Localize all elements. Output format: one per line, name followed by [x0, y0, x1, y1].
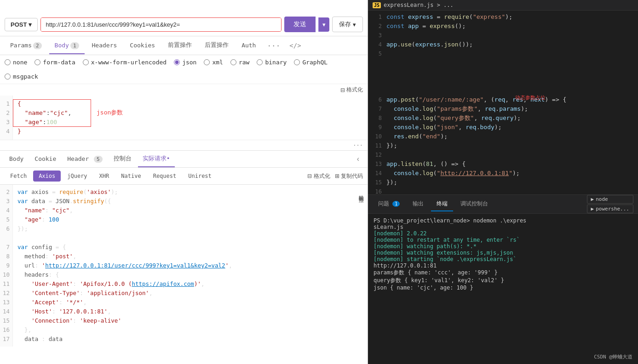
request-tabs: Params2 Body1 Headers Cookies 前置操作 后置操作 … [0, 36, 368, 55]
tab-actual-request[interactable]: 实际请求• [138, 151, 175, 167]
method-label: POST [11, 21, 27, 28]
method-selector[interactable]: POST ▾ [5, 18, 38, 31]
side-annotation-panel: 校验响应 [357, 191, 364, 194]
code-line-5: 5 [368, 49, 638, 95]
code-line-16: 16 [368, 187, 638, 194]
ellipsis-indicator: ··· [353, 142, 363, 148]
code-line-3: 3 [368, 31, 638, 40]
body-type-formdata[interactable]: form-data [34, 59, 75, 66]
tab-body-resp[interactable]: Body [5, 152, 28, 167]
req-tab-axios[interactable]: Axios [33, 171, 61, 182]
body-type-urlencoded[interactable]: x-www-form-urlencoded [83, 59, 167, 66]
tab-code-icon[interactable]: </> [286, 38, 305, 53]
tab-auth[interactable]: Auth [236, 37, 261, 54]
code-line-8: 8 console.log("query参数", req.query); [368, 114, 638, 123]
tab-params[interactable]: Params2 [5, 37, 47, 54]
code-line-15: 15 }); [368, 178, 638, 187]
body-type-msgpack[interactable]: msgpack [5, 73, 38, 80]
req-tab-native[interactable]: Native [115, 171, 146, 182]
terminal-tabs: 问题 1 输出 终端 调试控制台 ▶ node ▶ powershe... [368, 195, 638, 214]
code-line-6: 6 app.post("/user/:name/:age", (req, res… [368, 95, 638, 104]
code-format-tabs: Fetch Axios jQuery XHR Native Request Un… [0, 168, 368, 185]
code-editor-right[interactable]: 1 const express = require("express"); 2 … [368, 11, 638, 194]
term-line-2: [nodemon] 2.0.22 [374, 230, 632, 237]
tab-cookies[interactable]: Cookies [124, 37, 161, 54]
body-type-json[interactable]: json [174, 59, 196, 66]
term-line-10: json { name: 'cjc', age: 100 } [374, 284, 632, 291]
dynamic-annotation: 动态参数占位 [515, 94, 546, 101]
axios-code-viewer[interactable]: 23456 7891011121314151617 var axios = re… [0, 185, 368, 364]
term-line-1b: sLearn.js [374, 224, 632, 230]
body-type-xml[interactable]: xml [204, 59, 223, 66]
format-button[interactable]: ⊟ 格式化 [340, 86, 363, 94]
send-button[interactable]: 发送 [284, 17, 316, 32]
copy-code-button[interactable]: ⊞ 复制代码 [335, 172, 363, 180]
req-tab-unirest[interactable]: Unirest [183, 171, 217, 182]
save-chevron-icon: ▾ [353, 21, 356, 28]
tab-headers[interactable]: Headers [86, 37, 123, 54]
tab-cookie-resp[interactable]: Cookie [30, 152, 61, 167]
js-icon: JS [373, 2, 381, 8]
req-tab-request[interactable]: Request [148, 171, 182, 182]
body-type-binary[interactable]: binary [257, 59, 287, 66]
save-label: 保存 [339, 20, 351, 28]
send-dropdown-button[interactable]: ▾ [318, 17, 329, 32]
term-tab-problems[interactable]: 问题 1 [373, 197, 405, 211]
tab-post-script[interactable]: 后置操作 [199, 36, 234, 55]
term-tab-debug[interactable]: 调试控制台 [455, 197, 494, 211]
terminal-area: 问题 1 输出 终端 调试控制台 ▶ node ▶ powershe... PS… [368, 194, 638, 314]
powershell-label: powershe... [596, 206, 629, 212]
term-line-3: [nodemon] to restart at any time, enter … [374, 237, 632, 243]
code-line-10: 10 res.end("end"); [368, 132, 638, 141]
save-button[interactable]: 保存 ▾ [332, 17, 363, 32]
cv-line-numbers: 23456 7891011121314151617 [0, 185, 13, 347]
terminal-content: PS D:\vue_project\learn_node> nodemon .\… [368, 214, 638, 314]
format-label: 格式化 [346, 86, 363, 94]
req-tab-jquery[interactable]: jQuery [62, 171, 92, 182]
collapse-button[interactable]: ‹ [353, 153, 363, 165]
term-line-9: query参数 { key1: 'val1', key2: 'val2' } [374, 277, 632, 284]
req-tab-xhr[interactable]: XHR [94, 171, 115, 182]
body-type-selector: none form-data x-www-form-urlencoded jso… [0, 55, 368, 84]
term-tab-terminal[interactable]: 终端 [431, 197, 453, 211]
term-line-1: PS D:\vue_project\learn_node> nodemon .\… [374, 217, 632, 224]
term-line-8: params参数 { name: 'ccc', age: '999' } [374, 269, 632, 277]
term-line-6: [nodemon] starting `node .\expressLearn.… [374, 256, 632, 262]
term-line-5: [nodemon] watching extensions: js,mjs,js… [374, 250, 632, 256]
tab-pre-script[interactable]: 前置操作 [162, 36, 197, 55]
term-tab-output[interactable]: 输出 [407, 197, 429, 211]
json-body-editor[interactable]: { "name":"cjc", "age":100 } [13, 96, 368, 140]
code-line-7: 7 console.log("params参数", req.params); [368, 104, 638, 114]
tab-body[interactable]: Body1 [49, 37, 85, 54]
code-line-1: 1 const express = require("express"); [368, 12, 638, 22]
code-line-9: 9 console.log("json", req.body); [368, 123, 638, 132]
cv-code-content: var axios = require('axios'); var data =… [13, 185, 368, 347]
csdn-watermark: CSDN @蝉蛐大道 [594, 353, 632, 360]
node-terminal-item[interactable]: ▶ node [587, 195, 633, 204]
tab-console[interactable]: 控制台 [109, 151, 136, 167]
file-breadcrumb: expressLearn.js > ... [384, 2, 454, 8]
body-type-none[interactable]: none [5, 59, 27, 66]
term-line-4: [nodemon] watching path(s): *.* [374, 243, 632, 250]
code-line-14: 14 console.log("http://127.0.0.1:81"); [368, 169, 638, 178]
powershell-icon: ▶ [591, 206, 594, 212]
response-tabs: Body Cookie Header 5 控制台 实际请求• ‹ [0, 151, 368, 168]
format-code-button[interactable]: ⊟ 格式化 [307, 172, 330, 180]
line-numbers: 1234 [0, 96, 13, 140]
code-line-4: 4 app.use(express.json()); [368, 40, 638, 49]
code-line-11: 11 }); [368, 141, 638, 150]
format-icon: ⊟ [340, 87, 345, 93]
code-line-12: 12 [368, 150, 638, 159]
tab-more-icon[interactable]: ··· [263, 38, 284, 54]
body-type-raw[interactable]: raw [230, 59, 249, 66]
method-chevron-icon: ▾ [29, 21, 32, 28]
code-actions: ⊟ 格式化 ⊞ 复制代码 [307, 172, 363, 180]
editor-header: JS expressLearn.js > ... [368, 0, 638, 11]
side-annotation-text: 校验响应 [357, 191, 364, 194]
body-type-graphql[interactable]: GraphQL [294, 59, 328, 66]
req-tab-fetch[interactable]: Fetch [5, 171, 32, 182]
tab-header-resp[interactable]: Header 5 [63, 152, 107, 167]
powershell-terminal-item[interactable]: ▶ powershe... [587, 205, 633, 213]
url-input[interactable] [41, 18, 281, 31]
code-line-2: 2 const app = express(); [368, 22, 638, 31]
